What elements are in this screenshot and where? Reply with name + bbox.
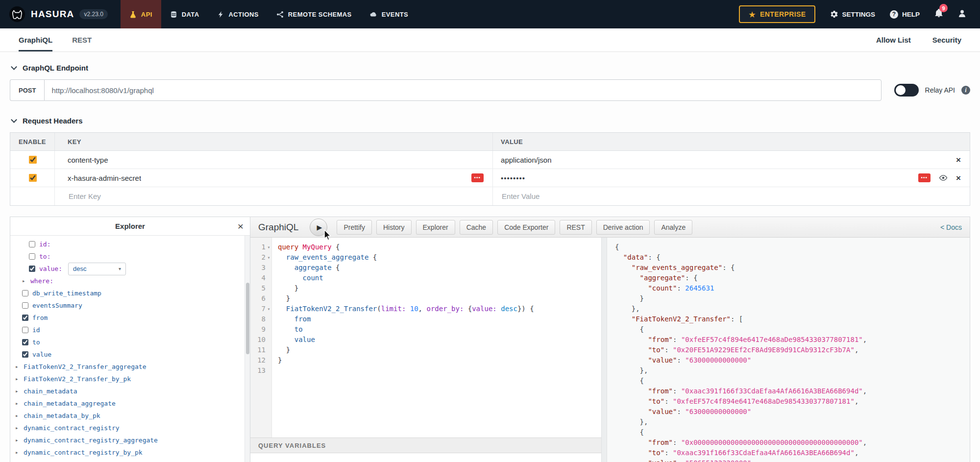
explorer-item-label[interactable]: dynamic_contract_registry [24, 424, 120, 432]
toolbar-button-rest[interactable]: REST [560, 220, 591, 235]
order-direction-select[interactable]: desc▾ [68, 263, 126, 275]
field-checkbox[interactable] [29, 241, 35, 247]
fold-arrow-icon[interactable]: ▾ [266, 252, 272, 263]
header-key[interactable]: content-type [68, 156, 108, 164]
field-checkbox[interactable] [22, 290, 28, 296]
explorer-item-label[interactable]: db_write_timestamp [32, 290, 101, 297]
explorer-item-to[interactable]: to: [10, 250, 250, 263]
explorer-scrollbar[interactable] [245, 236, 250, 462]
explorer-item-label[interactable]: eventsSummary [32, 302, 82, 309]
remove-header-icon[interactable]: × [956, 156, 961, 164]
scrollbar-thumb[interactable] [246, 283, 249, 354]
explorer-item-from[interactable]: from [10, 312, 250, 324]
chevron-down-icon[interactable] [11, 64, 17, 70]
explorer-item-db_write_timestamp[interactable]: db_write_timestamp [10, 287, 250, 299]
toolbar-button-analyze[interactable]: Analyze [654, 220, 692, 235]
query-editor[interactable]: 1▾query MyQuery {2▾ raw_events_aggregate… [250, 238, 601, 438]
nav-item-remote-schemas[interactable]: REMOTE SCHEMAS [268, 0, 361, 28]
tab-rest[interactable]: REST [72, 28, 92, 51]
field-checkbox[interactable] [22, 351, 28, 358]
settings-button[interactable]: SETTINGS [830, 10, 875, 18]
graphql-endpoint-input[interactable] [44, 79, 881, 101]
nav-item-data[interactable]: DATA [161, 0, 208, 28]
explorer-close-icon[interactable]: × [231, 220, 250, 232]
relay-api-toggle[interactable] [894, 84, 919, 97]
link-allow-list[interactable]: Allow List [876, 36, 911, 44]
remove-header-icon[interactable]: × [956, 174, 961, 182]
explorer-item-FiatTokenV2_2_Transfer_aggregate[interactable]: ▸FiatTokenV2_2_Transfer_aggregate [10, 361, 250, 373]
explorer-item-dynamic_contract_registry_aggregate[interactable]: ▸dynamic_contract_registry_aggregate [10, 434, 250, 446]
explorer-item-label[interactable]: FiatTokenV2_2_Transfer_by_pk [24, 375, 131, 383]
explorer-item-chain_metadata_by_pk[interactable]: ▸chain_metadata_by_pk [10, 410, 250, 422]
explorer-item-id[interactable]: id: [10, 238, 250, 250]
explorer-item-label[interactable]: value [32, 351, 51, 358]
toolbar-button-code-exporter[interactable]: Code Exporter [497, 220, 555, 235]
field-checkbox[interactable] [22, 339, 28, 345]
field-checkbox[interactable] [22, 327, 28, 333]
header-enable-checkbox[interactable] [29, 156, 37, 164]
query-variables-bar[interactable]: QUERY VARIABLES [250, 438, 601, 453]
field-checkbox[interactable] [22, 315, 28, 321]
help-button[interactable]: ? HELP [890, 10, 920, 19]
toolbar-button-cache[interactable]: Cache [460, 220, 493, 235]
expand-arrow-icon[interactable]: ▸ [15, 425, 22, 431]
toolbar-button-derive-action[interactable]: Derive action [596, 220, 650, 235]
nav-item-actions[interactable]: ACTIONS [208, 0, 268, 28]
fold-arrow-icon[interactable]: ▾ [266, 242, 272, 252]
expand-arrow-icon[interactable]: ▸ [15, 437, 22, 443]
explorer-item-chain_metadata_aggregate[interactable]: ▸chain_metadata_aggregate [10, 397, 250, 410]
expand-arrow-icon[interactable]: ▸ [15, 388, 22, 394]
header-value[interactable]: •••••••• [501, 174, 525, 182]
fold-arrow-icon[interactable]: ▾ [266, 304, 272, 314]
expand-arrow-icon[interactable]: ▸ [15, 364, 22, 370]
chevron-down-icon[interactable] [11, 117, 17, 123]
explorer-item-label[interactable]: to: [39, 253, 50, 260]
expand-arrow-icon[interactable]: ▸ [15, 400, 22, 407]
new-header-value-input[interactable] [501, 192, 924, 201]
explorer-item-label[interactable]: chain_metadata [24, 388, 77, 395]
docs-link[interactable]: < Docs [940, 223, 962, 231]
new-header-key-input[interactable] [68, 192, 450, 201]
explorer-item-label[interactable]: value: [39, 265, 62, 272]
toolbar-button-prettify[interactable]: Prettify [337, 220, 372, 235]
link-security[interactable]: Security [932, 36, 961, 44]
expand-arrow-icon[interactable]: ▸ [15, 413, 22, 419]
expand-arrow-icon[interactable]: ▸ [15, 376, 22, 382]
header-enable-checkbox[interactable] [29, 174, 37, 182]
reveal-value-icon[interactable] [939, 173, 948, 182]
explorer-item-id[interactable]: id [10, 324, 250, 336]
explorer-item-label[interactable]: id [32, 326, 40, 334]
user-menu-button[interactable] [958, 9, 966, 20]
field-checkbox[interactable] [29, 253, 35, 260]
explorer-item-label[interactable]: FiatTokenV2_2_Transfer_aggregate [24, 363, 146, 370]
explorer-item-label[interactable]: dynamic_contract_registry_by_pk [24, 449, 143, 456]
expand-arrow-icon[interactable]: ▸ [15, 449, 22, 456]
explorer-item-value[interactable]: value [10, 348, 250, 361]
info-icon[interactable]: i [961, 86, 970, 95]
expand-arrow-icon[interactable]: ▸ [22, 278, 29, 284]
query-variables-editor[interactable] [250, 453, 601, 462]
explorer-item-eventsSummary[interactable]: eventsSummary [10, 299, 250, 312]
explorer-item-where[interactable]: ▸where: [10, 275, 250, 287]
nav-item-events[interactable]: EVENTS [361, 0, 417, 28]
explorer-item-label[interactable]: chain_metadata_by_pk [24, 412, 100, 419]
header-key[interactable]: x-hasura-admin-secret [68, 174, 141, 182]
notifications-button[interactable]: 9 [934, 9, 943, 20]
explorer-item-dynamic_contract_registry_by_pk[interactable]: ▸dynamic_contract_registry_by_pk [10, 446, 250, 459]
explorer-item-to[interactable]: to [10, 336, 250, 348]
field-checkbox[interactable] [29, 266, 35, 272]
explorer-item-label[interactable]: where: [30, 277, 53, 285]
explorer-item-label[interactable]: dynamic_contract_registry_aggregate [24, 437, 158, 444]
brand[interactable]: HASURA v2.23.0 [0, 0, 117, 28]
tab-graphiql[interactable]: GraphiQL [19, 28, 52, 51]
editor-scrollbar[interactable] [601, 238, 607, 462]
explorer-item-dynamic_contract_registry[interactable]: ▸dynamic_contract_registry [10, 422, 250, 434]
toolbar-button-explorer[interactable]: Explorer [416, 220, 455, 235]
field-checkbox[interactable] [22, 302, 28, 309]
explorer-item-label[interactable]: chain_metadata_aggregate [24, 400, 116, 407]
toolbar-button-history[interactable]: History [376, 220, 412, 235]
header-value[interactable]: application/json [501, 156, 551, 164]
explorer-item-label[interactable]: from [32, 314, 48, 321]
nav-item-api[interactable]: API [121, 0, 161, 28]
enterprise-button[interactable]: ★ ENTERPRISE [739, 5, 815, 23]
